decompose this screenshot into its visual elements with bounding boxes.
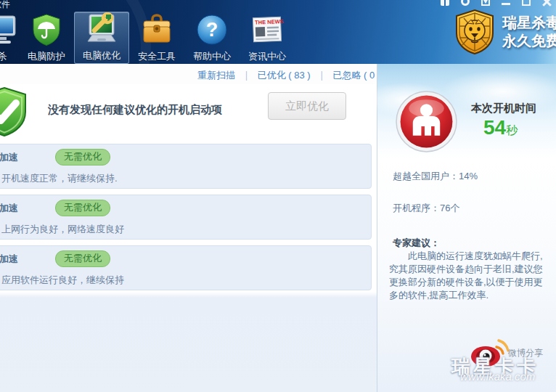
window-title: 杀毒软件 [0, 0, 10, 11]
side-panel: 本次开机时间 54秒 超越全国用户：14% 开机程序：76个 专家建议： 此电脑… [377, 64, 556, 392]
no-optimize-badge: 无需优化 [55, 250, 110, 267]
news-banner-text: THE NEWS [255, 18, 284, 25]
toolbar-item-label: 电脑防护 [28, 50, 65, 63]
brand-text: 瑞星杀毒 永久免费 [502, 14, 556, 50]
tab-separator: ｜ [317, 69, 327, 82]
toolbar-item-label: 杀 [0, 50, 7, 63]
toolbar-item-label: 电脑优化 [83, 49, 120, 62]
optimize-now-button[interactable]: 立即优化 [268, 92, 346, 120]
toolbar-item-security-tools[interactable]: 安全工具 [129, 12, 184, 64]
main-content: 没有发现任何建议优化的开机启动项 立即优化 加速 无需优化 开机速度正常，请继续… [0, 84, 377, 392]
boot-time-red-badge-icon [396, 91, 457, 152]
item-description: 开机速度正常，请继续保持. [1, 172, 118, 185]
brand-title: 瑞星杀毒 [502, 14, 556, 32]
lion-shield-logo [454, 9, 496, 55]
toolbar-items: 杀 电脑防护 [0, 12, 295, 64]
brand-subtitle: 永久免费 [502, 32, 556, 50]
boot-time-unit: 秒 [506, 124, 518, 136]
stat-startup-programs: 开机程序：76个 [393, 202, 459, 215]
toolbar-item-pc-protection[interactable]: 电脑防护 [19, 12, 74, 64]
toolbox-icon [140, 13, 173, 46]
newspaper-icon: THE NEWS [250, 13, 284, 46]
item-title: 加速 [0, 253, 18, 266]
boot-time-seconds: 54 [483, 116, 506, 139]
tab-ignored[interactable]: 已忽略 ( 0 ) [332, 69, 380, 82]
brand: 瑞星杀毒 永久免费 [454, 9, 556, 55]
laptop-wrench-icon [85, 12, 118, 46]
tab-separator: ｜ [242, 69, 251, 82]
watermark-url: www.ikaka.com [460, 370, 535, 383]
optimize-list-item: 加速 无需优化 应用软件运行良好，继续保持 [0, 245, 372, 290]
green-shield-check-icon [0, 86, 30, 138]
item-description: 上网行为良好，网络速度良好 [1, 223, 124, 236]
item-title: 加速 [0, 151, 18, 164]
gift-icon[interactable] [438, 0, 451, 9]
toolbar-item-help-center[interactable]: ? 帮助中心 [184, 12, 240, 64]
toolbar-item-label: 安全工具 [138, 50, 176, 63]
no-optimize-badge: 无需优化 [55, 149, 110, 166]
tab-rescan[interactable]: 重新扫描 [197, 69, 235, 82]
optimize-list-item: 加速 无需优化 上网行为良好，网络速度良好 [0, 195, 372, 240]
stat-users-surpassed: 超越全国用户：14% [393, 170, 478, 183]
toolbar-item-label: 帮助中心 [193, 50, 231, 63]
scan-monitor-icon [0, 13, 19, 46]
item-description: 应用软件运行良好，继续保持 [1, 274, 124, 287]
item-title: 加速 [0, 202, 18, 215]
toolbar: 杀毒软件 杀 [0, 0, 556, 64]
expert-advice-text: 此电脑的运行速度犹如蜗牛爬行,究其原因硬件设备趋向于老旧,建议您更换部分新的硬件… [389, 250, 552, 302]
rising-antivirus-window: 杀毒软件 杀 [0, 0, 556, 392]
optimize-list-item: 加速 无需优化 开机速度正常，请继续保持. [0, 144, 372, 189]
no-optimize-badge: 无需优化 [55, 200, 110, 216]
boot-time-value: 54秒 [483, 116, 518, 139]
toolbar-item-news-center[interactable]: THE NEWS 资讯中心 [240, 12, 295, 64]
tab-optimized[interactable]: 已优化 ( 83 ) [258, 69, 311, 82]
status-message: 没有发现任何建议优化的开机启动项 [48, 103, 222, 117]
expert-advice-title: 专家建议： [393, 237, 440, 250]
toolbar-item-pc-optimize[interactable]: 电脑优化 [74, 12, 129, 64]
boot-time-label: 本次开机时间 [471, 102, 536, 115]
question-mark-glyph: ? [206, 19, 218, 41]
tab-bar: 重新扫描 ｜ 已优化 ( 83 ) ｜ 已忽略 ( 0 ) [0, 64, 377, 84]
toolbar-item-label: 资讯中心 [248, 50, 286, 63]
shield-umbrella-icon [30, 13, 63, 46]
toolbar-item-scan[interactable]: 杀 [0, 12, 19, 64]
question-mark-icon: ? [195, 13, 229, 46]
